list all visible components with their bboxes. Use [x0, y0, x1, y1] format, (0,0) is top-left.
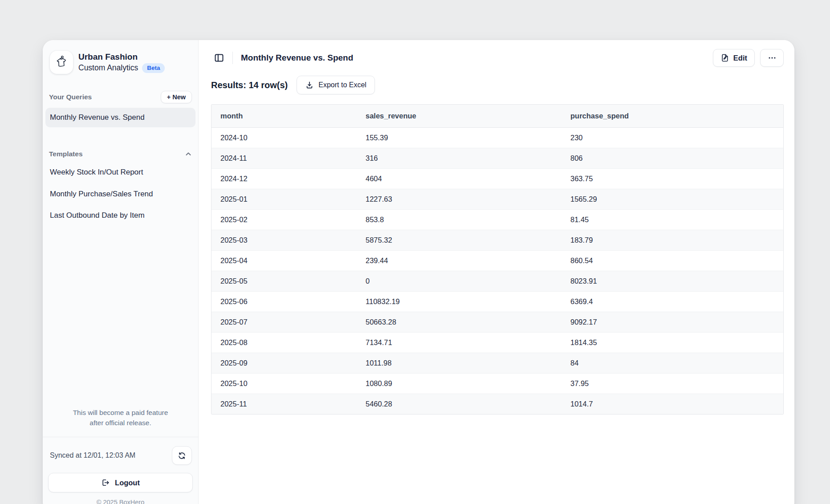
table-row: 2025-087134.711814.35	[212, 332, 783, 353]
table-cell: 316	[357, 148, 561, 168]
table-cell: 1011.98	[357, 353, 561, 373]
results-table-body: 2024-10155.392302024-113168062024-124604…	[212, 127, 783, 414]
table-cell: 6369.4	[561, 291, 783, 312]
column-header: month	[212, 105, 357, 127]
table-cell: 37.95	[561, 373, 783, 394]
sidebar-item-monthly-purchase-sales-trend[interactable]: Monthly Purchase/Sales Trend	[45, 184, 195, 204]
sidebar-item-monthly-revenue-vs-spend[interactable]: Monthly Revenue vs. Spend	[45, 108, 195, 127]
refresh-icon	[178, 451, 186, 460]
page-title: Monthly Revenue vs. Spend	[241, 53, 353, 63]
queries-label: Your Queries	[49, 93, 92, 101]
table-cell: 5460.28	[357, 394, 561, 414]
table-row: 2025-101080.8937.95	[212, 373, 783, 394]
export-to-excel-button[interactable]: Export to Excel	[297, 76, 375, 94]
table-cell: 2025-02	[212, 209, 357, 230]
export-label: Export to Excel	[318, 81, 366, 89]
desktop-background: Urban Fashion Custom Analytics Beta Your…	[0, 0, 830, 504]
table-row: 2024-124604363.75	[212, 168, 783, 189]
table-cell: 1080.89	[357, 373, 561, 394]
table-cell: 239.44	[357, 250, 561, 271]
table-cell: 2025-01	[212, 189, 357, 209]
table-cell: 1565.29	[561, 189, 783, 209]
table-cell: 81.45	[561, 209, 783, 230]
table-cell: 2025-08	[212, 332, 357, 353]
brand-header: Urban Fashion Custom Analytics Beta	[45, 51, 195, 74]
brand-subtitle: Custom Analytics	[78, 63, 138, 73]
table-cell: 2024-10	[212, 127, 357, 148]
table-cell: 806	[561, 148, 783, 168]
queries-section-header: Your Queries + New	[45, 90, 195, 104]
refresh-button[interactable]	[172, 446, 192, 465]
column-header: purchase_spend	[561, 105, 783, 127]
table-cell: 2024-11	[212, 148, 357, 168]
table-cell: 5875.32	[357, 230, 561, 250]
templates-section-header[interactable]: Templates	[45, 147, 195, 161]
table-row: 2024-11316806	[212, 148, 783, 168]
table-cell: 9092.17	[561, 312, 783, 332]
app-logo	[50, 51, 73, 74]
table-cell: 2025-06	[212, 291, 357, 312]
beta-badge: Beta	[142, 63, 165, 73]
table-row: 2025-04239.44860.54	[212, 250, 783, 271]
sidebar-panel-icon	[214, 53, 224, 63]
table-row: 2025-02853.881.45	[212, 209, 783, 230]
table-cell: 1227.63	[357, 189, 561, 209]
table-cell: 1814.35	[561, 332, 783, 353]
table-row: 2025-115460.281014.7	[212, 394, 783, 414]
table-cell: 2025-11	[212, 394, 357, 414]
table-cell: 2025-05	[212, 271, 357, 291]
table-cell: 183.79	[561, 230, 783, 250]
brand-title: Urban Fashion	[78, 52, 165, 63]
download-icon	[305, 81, 314, 89]
table-cell: 363.75	[561, 168, 783, 189]
table-cell: 230	[561, 127, 783, 148]
sidebar-item-weekly-stock-report[interactable]: Weekly Stock In/Out Report	[45, 162, 195, 183]
results-toolbar: Results: 14 row(s) Export to Excel	[211, 76, 784, 94]
paid-note-line1: This will become a paid feature	[73, 409, 168, 416]
sync-status-row: Synced at 12/01, 12:03 AM	[45, 437, 195, 465]
column-header: sales_revenue	[357, 105, 561, 127]
table-cell: 110832.19	[357, 291, 561, 312]
table-cell: 7134.71	[357, 332, 561, 353]
copyright: © 2025 BoxHero	[45, 499, 195, 504]
table-cell: 853.8	[357, 209, 561, 230]
table-row: 2025-06110832.196369.4	[212, 291, 783, 312]
sidebar-toggle-button[interactable]	[211, 50, 227, 66]
table-cell: 1014.7	[561, 394, 783, 414]
sidebar: Urban Fashion Custom Analytics Beta Your…	[43, 40, 199, 504]
table-row: 2025-035875.32183.79	[212, 230, 783, 250]
edit-document-icon	[720, 53, 729, 62]
sidebar-item-last-outbound-date[interactable]: Last Outbound Date by Item	[45, 205, 195, 226]
chevron-up-icon	[185, 150, 192, 158]
sidebar-spacer	[45, 226, 195, 407]
paid-feature-note: This will become a paid feature after of…	[45, 407, 195, 437]
new-query-button[interactable]: + New	[161, 91, 192, 103]
table-row: 2025-0508023.91	[212, 271, 783, 291]
table-cell: 0	[357, 271, 561, 291]
synced-status: Synced at 12/01, 12:03 AM	[50, 451, 135, 459]
table-cell: 2025-07	[212, 312, 357, 332]
logout-icon	[101, 478, 110, 487]
paid-note-line2: after official release.	[90, 419, 151, 427]
header-actions: Edit	[713, 49, 784, 67]
table-row: 2025-0750663.289092.17	[212, 312, 783, 332]
app-window: Urban Fashion Custom Analytics Beta Your…	[43, 40, 794, 504]
table-cell: 2024-12	[212, 168, 357, 189]
table-cell: 2025-10	[212, 373, 357, 394]
table-row: 2025-091011.9884	[212, 353, 783, 373]
table-cell: 2025-04	[212, 250, 357, 271]
brand-text: Urban Fashion Custom Analytics Beta	[78, 52, 165, 73]
main-header: Monthly Revenue vs. Spend Edit	[211, 48, 784, 68]
more-options-button[interactable]	[760, 49, 784, 67]
edit-button[interactable]: Edit	[713, 49, 755, 67]
templates-label: Templates	[49, 150, 83, 158]
logout-button[interactable]: Logout	[48, 473, 193, 492]
table-cell: 860.54	[561, 250, 783, 271]
ellipsis-icon	[767, 53, 777, 63]
tshirt-hanger-icon	[54, 55, 69, 70]
table-cell: 155.39	[357, 127, 561, 148]
main-content: Monthly Revenue vs. Spend Edit	[199, 40, 794, 504]
table-cell: 2025-09	[212, 353, 357, 373]
results-count: Results: 14 row(s)	[211, 80, 288, 90]
header-divider	[232, 52, 233, 64]
